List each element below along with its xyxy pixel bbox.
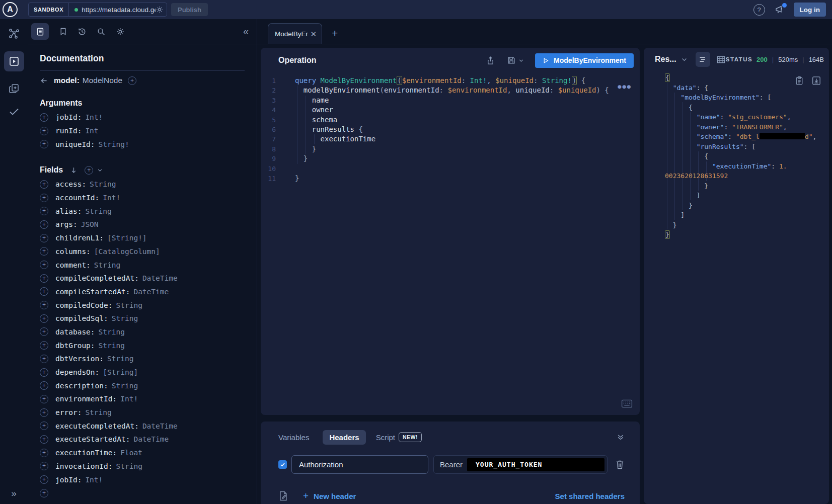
new-tab-icon[interactable]: + bbox=[332, 28, 338, 38]
add-to-query-icon[interactable]: + bbox=[40, 341, 48, 350]
header-value-input[interactable]: Bearer YOUR_AUTH_TOKEN bbox=[433, 455, 608, 474]
doc-field-row[interactable]: +compiledSql:String bbox=[40, 312, 245, 325]
doc-field-row[interactable]: +compileStartedAt:DateTime bbox=[40, 285, 245, 299]
add-to-query-icon[interactable]: + bbox=[40, 247, 48, 256]
save-options-chevron-icon[interactable] bbox=[518, 58, 524, 63]
doc-field-row[interactable]: +access:String bbox=[40, 178, 245, 191]
response-dropdown-icon[interactable] bbox=[681, 56, 688, 63]
apollo-logo[interactable]: A bbox=[3, 2, 18, 17]
keyboard-shortcuts-icon[interactable] bbox=[621, 399, 633, 408]
back-arrow-icon[interactable] bbox=[40, 76, 48, 85]
doc-field-row[interactable]: +compiledCode:String bbox=[40, 298, 245, 312]
doc-field-row[interactable]: +dbtGroup:String bbox=[40, 339, 245, 352]
doc-field-row[interactable]: +childrenL1:[String!] bbox=[40, 231, 245, 245]
add-to-query-icon[interactable]: + bbox=[40, 355, 48, 363]
add-to-query-icon[interactable]: + bbox=[40, 234, 48, 242]
add-to-query-icon[interactable]: + bbox=[40, 113, 48, 122]
publish-button[interactable]: Publish bbox=[171, 3, 208, 16]
history-icon[interactable] bbox=[78, 27, 87, 36]
announcements-icon[interactable] bbox=[775, 5, 785, 15]
auth-token-value[interactable]: YOUR_AUTH_TOKEN bbox=[467, 458, 604, 471]
docs-settings-icon[interactable] bbox=[116, 27, 125, 36]
login-button[interactable]: Log in bbox=[794, 3, 826, 17]
new-header-button[interactable]: + New header bbox=[303, 490, 356, 501]
response-title[interactable]: Res... bbox=[655, 55, 676, 64]
share-operation-icon[interactable] bbox=[486, 56, 495, 65]
add-to-query-icon[interactable]: + bbox=[40, 194, 48, 202]
chevron-down-icon[interactable] bbox=[97, 167, 103, 173]
collapse-docs-icon[interactable]: « bbox=[243, 26, 249, 37]
doc-field-row[interactable]: +accountId:Int! bbox=[40, 191, 245, 205]
table-view-icon[interactable] bbox=[716, 55, 726, 64]
download-response-icon[interactable] bbox=[812, 76, 821, 86]
add-to-query-icon[interactable]: + bbox=[40, 314, 48, 323]
add-to-query-icon[interactable]: + bbox=[40, 395, 48, 403]
doc-field-row[interactable]: +environmentId:Int! bbox=[40, 392, 245, 406]
sort-fields-icon[interactable] bbox=[70, 166, 78, 174]
sandbox-pages-icon[interactable] bbox=[8, 82, 20, 95]
doc-field-row[interactable]: +args:JSON bbox=[40, 218, 245, 231]
add-to-query-icon[interactable]: + bbox=[40, 422, 48, 430]
doc-field-row[interactable]: +invocationId:String bbox=[40, 460, 245, 473]
tab-headers[interactable]: Headers bbox=[323, 430, 365, 445]
add-to-query-icon[interactable]: + bbox=[40, 301, 48, 309]
doc-field-row[interactable]: +executionTime:Float bbox=[40, 446, 245, 460]
add-to-query-icon[interactable]: + bbox=[40, 462, 48, 470]
doc-field-row[interactable]: +executeCompletedAt:DateTime bbox=[40, 419, 245, 433]
add-to-query-icon[interactable]: + bbox=[40, 127, 48, 135]
doc-field-row[interactable]: +columns:[CatalogColumn] bbox=[40, 245, 245, 259]
graphql-editor[interactable]: 1234567891011 query ModelByEnvironment($… bbox=[261, 73, 640, 415]
add-to-query-icon[interactable]: + bbox=[40, 489, 48, 497]
operation-tab[interactable]: ModelByEnvi... ✕ bbox=[268, 23, 322, 44]
run-operation-button[interactable]: ModelByEnvironment bbox=[535, 53, 634, 68]
add-to-query-icon[interactable]: + bbox=[40, 180, 48, 189]
add-field-icon[interactable]: + bbox=[128, 76, 136, 85]
code-area[interactable]: query ModelByEnvironment($environmentId:… bbox=[295, 76, 622, 183]
explorer-icon[interactable] bbox=[4, 51, 24, 71]
add-to-query-icon[interactable]: + bbox=[40, 207, 48, 215]
checks-icon[interactable] bbox=[8, 106, 20, 118]
add-to-query-icon[interactable]: + bbox=[40, 274, 48, 283]
header-enabled-checkbox[interactable] bbox=[278, 460, 287, 469]
help-icon[interactable]: ? bbox=[753, 4, 765, 16]
tab-variables[interactable]: Variables bbox=[278, 433, 309, 442]
doc-field-row[interactable]: +alias:String bbox=[40, 204, 245, 218]
delete-header-icon[interactable] bbox=[615, 459, 625, 470]
endpoint-control[interactable]: SANDBOX https://metadata.cloud.get bbox=[28, 3, 167, 17]
add-to-query-icon[interactable]: + bbox=[40, 435, 48, 444]
doc-field-row[interactable]: +dependsOn:[String] bbox=[40, 366, 245, 379]
search-icon[interactable] bbox=[97, 27, 106, 36]
tree-view-icon[interactable] bbox=[696, 52, 710, 67]
header-key-input[interactable]: Authorization bbox=[291, 455, 428, 474]
set-shared-headers-link[interactable]: Set shared headers bbox=[555, 492, 625, 500]
schema-graph-icon[interactable] bbox=[8, 27, 21, 40]
add-to-query-icon[interactable]: + bbox=[40, 220, 48, 229]
save-operation-icon[interactable] bbox=[507, 56, 516, 65]
add-all-fields-icon[interactable]: + bbox=[85, 166, 93, 175]
doc-field-row[interactable]: +comment:String bbox=[40, 258, 245, 272]
endpoint-settings-icon[interactable] bbox=[156, 6, 164, 14]
response-json[interactable]: { "data": { "modelByEnvironment": [ { "n… bbox=[665, 73, 824, 240]
add-to-query-icon[interactable]: + bbox=[40, 408, 48, 417]
add-to-query-icon[interactable]: + bbox=[40, 475, 48, 484]
collapse-panel-icon[interactable] bbox=[617, 433, 625, 441]
bookmarks-icon[interactable] bbox=[59, 27, 67, 36]
doc-field-row[interactable]: +jobId:Int! bbox=[40, 473, 245, 486]
add-to-query-icon[interactable]: + bbox=[40, 261, 48, 269]
editor-menu-icon[interactable]: ●●● bbox=[618, 83, 632, 90]
doc-field-row[interactable]: +compileCompletedAt:DateTime bbox=[40, 272, 245, 285]
copy-response-icon[interactable] bbox=[795, 76, 803, 86]
doc-field-row[interactable]: +error:String bbox=[40, 406, 245, 419]
doc-field-row[interactable]: +jobId:Int! bbox=[40, 111, 245, 124]
add-to-query-icon[interactable]: + bbox=[40, 327, 48, 336]
add-to-query-icon[interactable]: + bbox=[40, 449, 48, 457]
doc-field-row[interactable]: +database:String bbox=[40, 325, 245, 339]
add-to-query-icon[interactable]: + bbox=[40, 368, 48, 377]
expand-rail-icon[interactable]: » bbox=[11, 488, 17, 499]
documentation-tab-icon[interactable] bbox=[31, 23, 49, 40]
tab-script[interactable]: Script bbox=[376, 433, 395, 442]
close-tab-icon[interactable]: ✕ bbox=[310, 30, 317, 39]
add-to-query-icon[interactable]: + bbox=[40, 140, 48, 148]
edit-headers-icon[interactable] bbox=[278, 490, 288, 501]
endpoint-url[interactable]: https://metadata.cloud.get bbox=[82, 6, 156, 14]
